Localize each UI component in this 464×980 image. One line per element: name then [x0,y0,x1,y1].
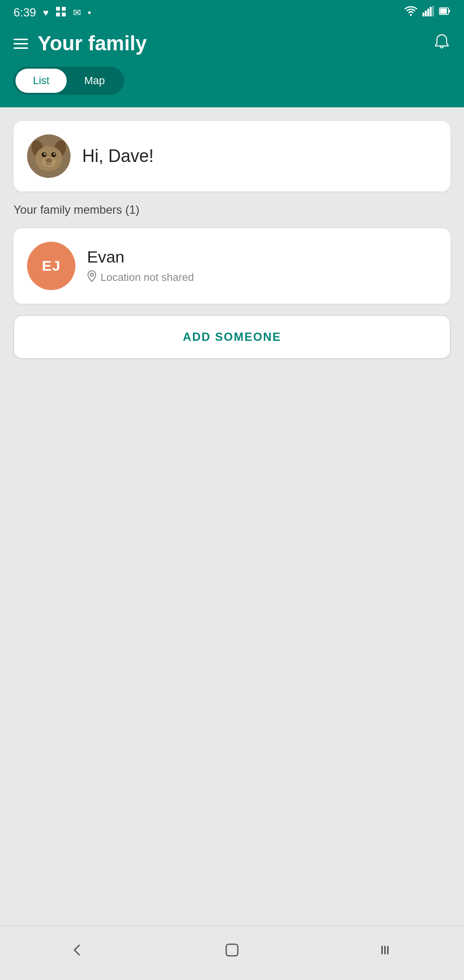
content-spacer [14,370,450,912]
svg-rect-8 [430,7,432,16]
svg-rect-7 [427,9,429,16]
app-header: Your family [0,23,464,67]
main-content: Hi, Dave! Your family members (1) EJ Eva… [0,107,464,926]
svg-rect-26 [384,946,386,954]
svg-rect-1 [62,7,66,11]
location-pin-icon [87,270,97,285]
location-status-text: Location not shared [101,271,194,284]
svg-point-23 [90,273,93,276]
member-info: Evan Location not shared [87,248,194,285]
page-title: Your family [38,32,147,55]
svg-rect-5 [422,13,424,16]
map-tab[interactable]: Map [67,69,122,93]
svg-rect-0 [56,7,60,11]
status-time: 6:39 [14,6,36,19]
bottom-navigation [0,926,464,980]
status-bar-right [404,6,450,19]
wifi-icon [404,6,418,19]
add-someone-button[interactable]: ADD SOMEONE [14,315,450,359]
member-initials: EJ [42,258,61,274]
svg-rect-3 [62,13,66,16]
svg-point-19 [44,153,45,155]
svg-rect-12 [440,9,447,14]
member-name: Evan [87,248,194,266]
member-avatar: EJ [27,242,75,290]
notifications-button[interactable] [433,33,450,54]
svg-point-18 [51,152,56,157]
menu-button[interactable] [14,39,28,49]
greeting-card: Hi, Dave! [14,121,450,191]
tab-toggle-bar: List Map [0,67,464,107]
recent-apps-button[interactable] [368,939,406,965]
svg-rect-27 [387,946,389,954]
home-button[interactable] [212,938,252,965]
svg-rect-6 [425,11,427,16]
status-bar-left: 6:39 ♥ ✉ • [14,6,91,19]
svg-point-20 [54,153,55,155]
mail-icon: ✉ [73,7,81,18]
member-card[interactable]: EJ Evan Location not shared [14,228,450,304]
list-tab[interactable]: List [15,69,67,93]
member-location: Location not shared [87,270,194,285]
svg-rect-2 [56,13,60,16]
svg-rect-25 [381,946,383,954]
heart-icon: ♥ [43,7,49,18]
back-button[interactable] [58,939,96,965]
battery-icon [439,6,450,19]
svg-point-4 [410,14,412,16]
status-bar: 6:39 ♥ ✉ • [0,0,464,23]
svg-point-22 [42,157,56,167]
grid-icon [56,6,66,19]
svg-rect-11 [449,10,450,13]
user-avatar [27,134,71,178]
svg-rect-9 [432,6,434,16]
svg-rect-24 [226,944,238,956]
view-toggle: List Map [14,67,124,95]
svg-point-17 [42,152,46,157]
signal-icon [422,6,434,19]
greeting-text: Hi, Dave! [82,146,154,166]
family-members-label: Your family members (1) [14,203,450,217]
header-left: Your family [14,32,147,55]
notification-dot: • [88,7,91,18]
